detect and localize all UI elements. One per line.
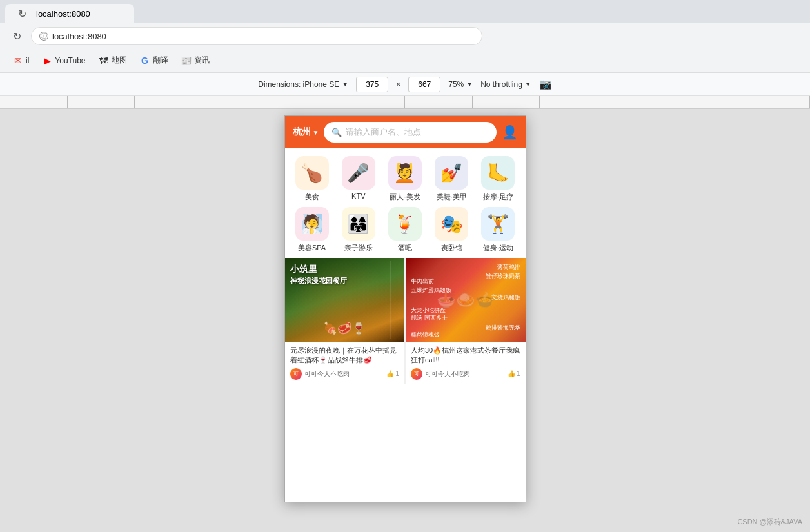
news-icon: 📰 [181, 55, 192, 66]
category-nail[interactable]: 💅 美睫·美甲 [430, 156, 473, 202]
content-cards: 🍖🥩🍷 小筑里 神秘浪漫花园餐厅 元尽浪漫的夜晚｜在万花丛中摇晃着红酒杯🍷品战斧… [285, 258, 526, 384]
escape-label: 喪卧馆 [441, 243, 462, 253]
thumbs-up-icon: 👍 [386, 370, 394, 377]
x-separator: × [396, 80, 400, 89]
dimensions-chevron: ▼ [342, 81, 348, 88]
category-grid-row2: 🧖 美容SPA 👨‍👩‍👧 亲子游乐 🍹 酒吧 🎭 喪卧馆 🏋️ 健身·运动 [285, 204, 526, 255]
card-1-image: 🍖🥩🍷 小筑里 神秘浪漫花园餐厅 [285, 258, 405, 342]
city-chevron: ▼ [313, 129, 319, 136]
food-label: 美食 [305, 192, 319, 202]
throttle-section[interactable]: No throttling ▼ [480, 80, 531, 89]
card-2-footer: 可 可可今天不吃肉 👍 1 [411, 368, 520, 380]
bookmark-news[interactable]: 📰 资讯 [176, 52, 215, 68]
app-header: 杭州 ▼ 🔍 请输入商户名、地点 👤 [285, 116, 526, 148]
card-2-like-count: 1 [517, 370, 520, 377]
card-2-author: 可 可可今天不吃肉 [411, 368, 470, 380]
card-2-avatar: 可 [411, 368, 422, 380]
category-massage[interactable]: 🦶 按摩·足疗 [476, 156, 520, 202]
card-1-likes: 👍 1 [386, 370, 399, 377]
address-bar[interactable]: ⓘ localhost:8080 [31, 27, 482, 45]
massage-label: 按摩·足疗 [483, 192, 513, 202]
spa-icon: 🧖 [295, 207, 329, 241]
ruler [0, 96, 810, 109]
security-icon: ⓘ [39, 32, 48, 41]
reload-button[interactable]: ↻ [13, 5, 31, 23]
category-gym[interactable]: 🏋️ 健身·运动 [476, 207, 520, 253]
translate-label: 翻译 [153, 55, 168, 66]
gym-icon: 🏋️ [481, 207, 515, 241]
category-spa[interactable]: 🧖 美容SPA [290, 207, 334, 253]
youtube-icon: ▶ [42, 55, 52, 66]
gym-label: 健身·运动 [483, 243, 513, 253]
ktv-icon: 🎤 [342, 156, 375, 190]
translate-icon: G [140, 55, 150, 66]
bookmark-youtube[interactable]: ▶ YouTube [37, 53, 90, 68]
card-1-avatar: 可 [290, 368, 302, 380]
bar-label: 酒吧 [398, 243, 412, 253]
card-2-likes: 👍 1 [508, 370, 520, 377]
kids-label: 亲子游乐 [344, 243, 373, 253]
card-1-author-name: 可可今天不吃肉 [304, 369, 350, 379]
card-1-author: 可 可可今天不吃肉 [290, 368, 350, 380]
card-1-info: 元尽浪漫的夜晚｜在万花丛中摇晃着红酒杯🍷品战斧牛排🥩 可 可可今天不吃肉 👍 1 [285, 342, 405, 384]
dimensions-section: Dimensions: iPhone SE ▼ [258, 80, 348, 89]
gmail-icon: ✉ [13, 55, 23, 66]
category-kids[interactable]: 👨‍👩‍👧 亲子游乐 [337, 207, 380, 253]
card-2-thumbs-icon: 👍 [508, 370, 515, 377]
card-2[interactable]: 薄荷鸡排 雏仔珍珠奶茶 牛肉出前 五爆炸蛋鸡翅饭 文烧鸡腿饭 [406, 258, 526, 384]
bookmark-translate[interactable]: G 翻译 [135, 52, 173, 68]
category-grid-row1: 🍗 美食 🎤 KTV 💆 丽人·美发 💅 美睫·美甲 🦶 按摩·足疗 [285, 148, 526, 204]
category-bar[interactable]: 🍹 酒吧 [383, 207, 427, 253]
card-2-title: 人均30🔥杭州这家港式茶餐厅我疯狂打call!! [411, 346, 520, 366]
city-selector[interactable]: 杭州 ▼ [293, 126, 319, 138]
watermark: CSDN @添砖&JAVA [737, 517, 802, 527]
card-1[interactable]: 🍖🥩🍷 小筑里 神秘浪漫花园餐厅 元尽浪漫的夜晚｜在万花丛中摇晃着红酒杯🍷品战斧… [285, 258, 405, 384]
ktv-label: KTV [351, 192, 365, 200]
screenshot-icon[interactable]: 📷 [539, 78, 552, 90]
spa-label: 美容SPA [298, 243, 326, 253]
news-label: 资讯 [194, 55, 210, 66]
card-2-info: 人均30🔥杭州这家港式茶餐厅我疯狂打call!! 可 可可今天不吃肉 👍 1 [406, 342, 526, 384]
phone-frame: 杭州 ▼ 🔍 请输入商户名、地点 👤 🍗 美食 🎤 KTV 💆 丽人·美发 [284, 115, 526, 502]
card-2-author-name: 可可今天不吃肉 [425, 369, 470, 379]
city-name: 杭州 [293, 126, 311, 138]
height-input[interactable] [408, 77, 440, 92]
bookmark-maps[interactable]: 🗺 地图 [94, 52, 132, 68]
bookmark-gmail[interactable]: ✉ il [8, 53, 34, 68]
throttle-chevron: ▼ [525, 81, 531, 88]
zoom-section[interactable]: 75% ▼ [448, 80, 473, 89]
maps-label: 地图 [112, 55, 127, 66]
bar-icon: 🍹 [388, 207, 422, 241]
address-text: localhost:8080 [52, 32, 106, 41]
user-icon[interactable]: 👤 [502, 124, 518, 140]
card-1-like-count: 1 [395, 370, 399, 377]
search-box[interactable]: 🔍 请输入商户名、地点 [324, 122, 496, 143]
card-2-image: 薄荷鸡排 雏仔珍珠奶茶 牛肉出前 五爆炸蛋鸡翅饭 文烧鸡腿饭 [406, 258, 526, 342]
maps-icon: 🗺 [99, 55, 109, 66]
youtube-label: YouTube [55, 56, 85, 65]
beauty-label: 丽人·美发 [390, 192, 420, 202]
page-reload-button[interactable]: ↻ [8, 27, 26, 45]
category-food[interactable]: 🍗 美食 [290, 156, 334, 202]
search-placeholder: 请输入商户名、地点 [346, 126, 421, 138]
massage-icon: 🦶 [481, 156, 515, 190]
gmail-label: il [26, 56, 29, 65]
nail-icon: 💅 [435, 156, 468, 190]
card-1-title: 元尽浪漫的夜晚｜在万花丛中摇晃着红酒杯🍷品战斧牛排🥩 [290, 346, 400, 366]
card-1-footer: 可 可可今天不吃肉 👍 1 [290, 368, 400, 380]
kids-icon: 👨‍👩‍👧 [342, 207, 375, 241]
category-beauty[interactable]: 💆 丽人·美发 [383, 156, 427, 202]
dimensions-label: Dimensions: iPhone SE [258, 80, 339, 89]
category-ktv[interactable]: 🎤 KTV [337, 156, 380, 202]
devtools-bar: Dimensions: iPhone SE ▼ × 75% ▼ No throt… [0, 73, 810, 96]
card-1-overlay: 小筑里 神秘浪漫花园餐厅 [290, 263, 347, 286]
tab-label: localhost:8080 [36, 9, 90, 19]
beauty-icon: 💆 [388, 156, 422, 190]
escape-icon: 🎭 [435, 207, 468, 241]
width-input[interactable] [356, 77, 388, 92]
search-icon: 🔍 [331, 128, 342, 137]
category-escape[interactable]: 🎭 喪卧馆 [430, 207, 473, 253]
zoom-chevron: ▼ [466, 81, 473, 88]
active-tab[interactable]: ↻ localhost:8080 [5, 4, 134, 23]
food-icon: 🍗 [295, 156, 329, 190]
